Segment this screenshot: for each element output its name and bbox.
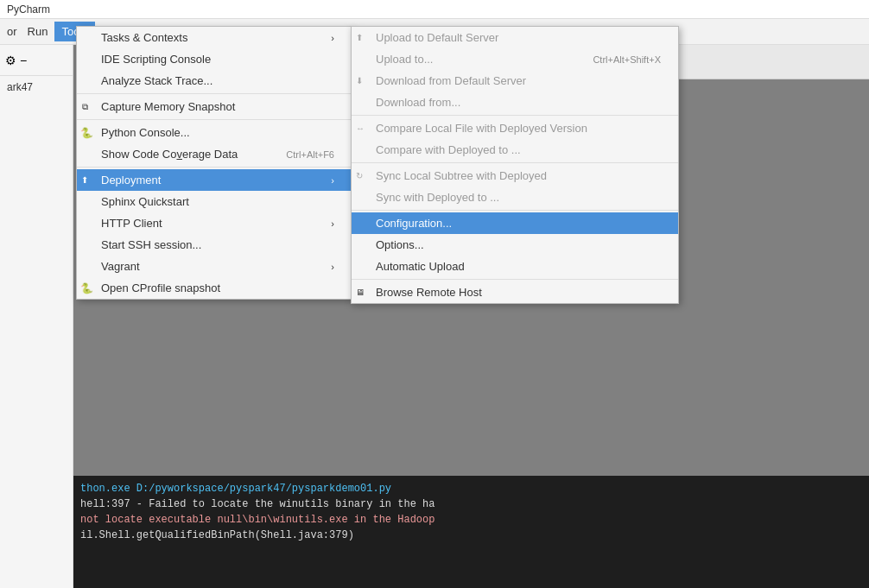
http-client-arrow-icon: › — [331, 218, 334, 229]
tools-separator-1 — [77, 93, 352, 94]
tasks-arrow-icon: › — [331, 33, 334, 43]
sidebar: ⚙ − ark47 — [0, 45, 73, 588]
menu-partial-left: or — [3, 22, 21, 41]
tools-menu-analyze-stack[interactable]: Analyze Stack Trace... — [77, 70, 352, 92]
tools-menu-ide-scripting[interactable]: IDE Scripting Console — [77, 48, 352, 70]
tools-menu-capture-memory[interactable]: ⧉ Capture Memory Snapshot — [77, 96, 352, 117]
compare-icon: ↔ — [356, 123, 365, 133]
deployment-auto-upload[interactable]: Automatic Upload — [352, 256, 678, 277]
deployment-submenu: ⬆ Upload to Default Server Upload to... … — [351, 26, 679, 304]
deployment-compare-local[interactable]: ↔ Compare Local File with Deployed Versi… — [352, 117, 678, 139]
deployment-sync-local[interactable]: ↻ Sync Local Subtree with Deployed — [352, 165, 678, 187]
app-title: PyCharm — [7, 3, 50, 16]
deployment-separator-1 — [352, 115, 678, 116]
sidebar-toolbar: ⚙ − — [0, 45, 73, 76]
tools-separator-2 — [77, 119, 352, 120]
tools-menu-vagrant[interactable]: Vagrant › — [77, 256, 352, 277]
server-icon: 🖥 — [356, 288, 365, 297]
deployment-separator-3 — [352, 210, 678, 211]
deployment-compare-deployed[interactable]: Compare with Deployed to ... — [352, 139, 678, 161]
menu-item-run[interactable]: Run — [21, 22, 55, 41]
deployment-browse-remote[interactable]: 🖥 Browse Remote Host — [352, 281, 678, 303]
deployment-sync-deployed[interactable]: Sync with Deployed to ... — [352, 187, 678, 208]
tools-menu-ssh[interactable]: Start SSH session... — [77, 234, 352, 256]
terminal-line-2: hell:397 - Failed to locate the winutils… — [80, 496, 862, 512]
upload-to-shortcut: Ctrl+Alt+Shift+X — [593, 54, 661, 65]
minimize-icon[interactable]: − — [20, 54, 27, 67]
title-bar: PyCharm — [0, 0, 869, 19]
deployment-separator-2 — [352, 162, 678, 163]
vagrant-arrow-icon: › — [331, 262, 334, 272]
tools-menu-http-client[interactable]: HTTP Client › — [77, 212, 352, 234]
deployment-download-default[interactable]: ⬇ Download from Default Server — [352, 70, 678, 92]
tools-menu-sphinx[interactable]: Sphinx Quickstart — [77, 191, 352, 212]
tools-menu-show-coverage[interactable]: Show Code Coverage Data Ctrl+Alt+F6 — [77, 143, 352, 165]
download-icon: ⬇ — [356, 76, 363, 85]
deployment-upload-to[interactable]: Upload to... Ctrl+Alt+Shift+X — [352, 48, 678, 70]
tools-menu-python-console[interactable]: 🐍 Python Console... — [77, 122, 352, 143]
sync-icon: ↻ — [356, 171, 363, 180]
deployment-arrow-icon: › — [331, 175, 334, 186]
project-label: ark47 — [0, 76, 73, 98]
terminal-line-3: not locate executable null\bin\winutils.… — [80, 512, 862, 528]
terminal-area: thon.exe D:/pyworkspace/pyspark47/pyspar… — [73, 476, 869, 588]
cprofile-icon: 🐍 — [80, 282, 93, 294]
coverage-shortcut: Ctrl+Alt+F6 — [286, 149, 334, 160]
upload-icon: ⬆ — [356, 33, 363, 42]
python-icon: 🐍 — [80, 127, 93, 139]
deployment-upload-default[interactable]: ⬆ Upload to Default Server — [352, 27, 678, 48]
gear-icon[interactable]: ⚙ — [5, 54, 16, 67]
terminal-line-1: thon.exe D:/pyworkspace/pyspark47/pyspar… — [80, 481, 862, 496]
tools-menu-deployment[interactable]: ⬆ Deployment › — [77, 169, 352, 191]
deployment-icon: ⬆ — [81, 175, 88, 185]
tools-menu-cprofile[interactable]: 🐍 Open CProfile snapshot — [77, 277, 352, 299]
terminal-line-4: il.Shell.getQualifiedBinPath(Shell.java:… — [80, 528, 862, 543]
capture-memory-icon: ⧉ — [82, 102, 88, 112]
tools-separator-3 — [77, 167, 352, 168]
deployment-download-from[interactable]: Download from... — [352, 92, 678, 113]
deployment-separator-4 — [352, 279, 678, 280]
deployment-options[interactable]: Options... — [352, 234, 678, 256]
tools-dropdown-menu: Tasks & Contexts › IDE Scripting Console… — [76, 26, 352, 300]
deployment-configuration[interactable]: Configuration... — [352, 212, 678, 234]
tools-menu-tasks[interactable]: Tasks & Contexts › — [77, 27, 352, 48]
